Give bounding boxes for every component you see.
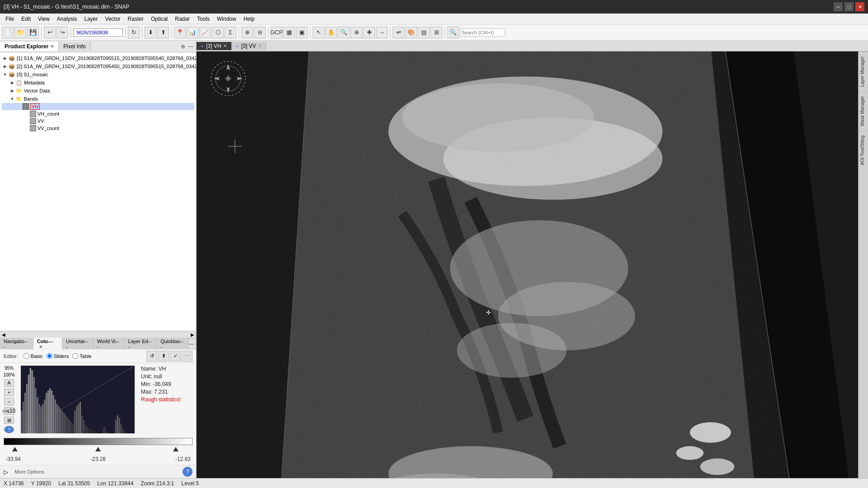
tab-vh-view[interactable]: ▪ [3] VH ✕ bbox=[197, 42, 232, 50]
close-product-explorer[interactable]: ✕ bbox=[50, 44, 54, 49]
tree-item-s1a1[interactable]: ▶ 📦 [1] S1A_IW_GRDH_1SDV_20190828T095515… bbox=[2, 54, 194, 62]
expander-vh-count[interactable] bbox=[23, 111, 30, 117]
slider-marker-right[interactable] bbox=[173, 447, 178, 451]
color-button[interactable]: 🎨 bbox=[405, 27, 417, 38]
slider-marker-left[interactable] bbox=[12, 447, 18, 451]
expander-s1a1[interactable]: ▶ bbox=[2, 55, 8, 61]
new-button[interactable]: 📄 bbox=[2, 27, 14, 38]
grid-button[interactable]: ⊞ bbox=[431, 27, 442, 38]
undo-button[interactable]: ↩ bbox=[44, 27, 56, 38]
zoom-fit-button[interactable]: ⊕ bbox=[241, 27, 253, 38]
close-button[interactable]: ✕ bbox=[855, 2, 864, 11]
zoom-btn2[interactable]: ⊕ bbox=[351, 27, 362, 38]
mode-basic[interactable]: Basic bbox=[23, 353, 43, 359]
refresh-button[interactable]: ↻ bbox=[128, 27, 140, 38]
mask-button[interactable]: ▣ bbox=[296, 27, 308, 38]
help-button[interactable]: ? bbox=[183, 467, 192, 477]
zoom-out-button[interactable]: ⊖ bbox=[254, 27, 266, 38]
expander-metadata[interactable]: ▶ bbox=[9, 79, 15, 86]
scroll-right-btn[interactable]: ▶ bbox=[191, 332, 194, 337]
minimize-button[interactable]: ─ bbox=[834, 2, 843, 11]
panel-icon-1[interactable]: ⊕ bbox=[180, 42, 186, 51]
expander-vv[interactable] bbox=[23, 118, 30, 124]
tab-navigation[interactable]: Navigatio--- bbox=[0, 338, 33, 350]
menu-optical[interactable]: Optical bbox=[147, 15, 171, 23]
pin-button[interactable]: 📍 bbox=[174, 27, 186, 38]
ed-import-btn[interactable]: ⬆ bbox=[158, 351, 169, 362]
mode-table[interactable]: Table bbox=[72, 353, 91, 359]
zoom-in-tool[interactable]: 🔍 bbox=[338, 27, 350, 38]
band-grid-btn[interactable]: ⊞ bbox=[4, 417, 14, 424]
tab-worldview[interactable]: World Vi--- bbox=[94, 338, 125, 350]
tree-item-vh-count[interactable]: VH_count bbox=[2, 110, 194, 117]
tree-item-s1mosaic[interactable]: ▼ 📦 [3] S1_mosaic bbox=[2, 70, 194, 79]
graph-button[interactable]: 📈 bbox=[199, 27, 211, 38]
menu-help[interactable]: Help bbox=[240, 15, 258, 23]
band-auto-btn[interactable]: A bbox=[4, 379, 14, 387]
arrow-button[interactable]: → bbox=[376, 27, 388, 38]
mode-sliders[interactable]: Sliders bbox=[47, 353, 69, 359]
roi-button[interactable]: ▦ bbox=[283, 27, 295, 38]
tab-color[interactable]: Colo---✕ bbox=[33, 338, 62, 350]
menu-edit[interactable]: Edit bbox=[18, 15, 34, 23]
chart-button[interactable]: 📊 bbox=[187, 27, 198, 38]
close-color-tab[interactable]: ✕ bbox=[39, 344, 42, 349]
menu-vector[interactable]: Vector bbox=[102, 15, 124, 23]
sync-button[interactable]: ⇌ bbox=[393, 27, 404, 38]
slider-marker-mid[interactable] bbox=[95, 447, 101, 451]
tree-item-vectordata[interactable]: ▶ 📁 Vector Data bbox=[2, 87, 194, 95]
expander-vectordata[interactable]: ▶ bbox=[9, 88, 15, 94]
expander-vv-count[interactable] bbox=[23, 125, 30, 131]
tab-layereditor[interactable]: Layer Ed--- bbox=[125, 338, 157, 350]
export-button[interactable]: ⬆ bbox=[157, 27, 169, 38]
band-zoom-in-btn[interactable]: + bbox=[4, 389, 14, 396]
ed-reset-btn[interactable]: ↺ bbox=[146, 351, 157, 362]
select-button[interactable]: ↖ bbox=[313, 27, 324, 38]
tab-pixel-info[interactable]: Pixel Info bbox=[59, 42, 90, 51]
ed-apply-btn[interactable]: ✓ bbox=[170, 351, 181, 362]
tree-item-vv-count[interactable]: VV_count bbox=[2, 125, 194, 132]
tree-item-metadata[interactable]: ▶ 📋 Metadata bbox=[2, 79, 194, 87]
redo-button[interactable]: ↪ bbox=[56, 27, 68, 38]
close-vh-tab[interactable]: ✕ bbox=[223, 43, 227, 48]
menu-view[interactable]: View bbox=[34, 15, 53, 23]
maximize-button[interactable]: □ bbox=[845, 2, 854, 11]
stats-button[interactable]: Σ bbox=[225, 27, 236, 38]
tab-quicklook[interactable]: Quickloo--- bbox=[157, 338, 189, 350]
open-button[interactable]: 📁 bbox=[14, 27, 26, 38]
expander-s1mosaic[interactable]: ▼ bbox=[2, 71, 8, 78]
gcp-button[interactable]: GCP bbox=[271, 27, 282, 38]
vtab-mask-manager[interactable]: Mask Manager bbox=[859, 91, 868, 130]
menu-radar[interactable]: Radar bbox=[171, 15, 193, 23]
vtab-aoi-tool[interactable]: AOI Tool/Siting bbox=[859, 130, 868, 170]
pan-button[interactable]: ✋ bbox=[325, 27, 337, 38]
tab-product-explorer[interactable]: Product Explorer ✕ bbox=[0, 42, 59, 51]
close-vv-tab[interactable]: ✕ bbox=[258, 43, 262, 48]
measure-button[interactable]: ✚ bbox=[363, 27, 375, 38]
menu-window[interactable]: Window bbox=[213, 15, 240, 23]
menu-analysis[interactable]: Analysis bbox=[53, 15, 81, 23]
bottom-panel-close[interactable]: — bbox=[189, 341, 194, 347]
band-info-btn[interactable]: ? bbox=[4, 426, 14, 433]
search-button[interactable]: 🔍 bbox=[447, 27, 459, 38]
menu-tools[interactable]: Tools bbox=[193, 15, 213, 23]
more-options-btn[interactable]: More Options bbox=[11, 467, 48, 476]
expander-s1a2[interactable]: ▶ bbox=[2, 63, 8, 70]
menu-file[interactable]: File bbox=[2, 15, 18, 23]
panel-minimize[interactable]: — bbox=[187, 42, 194, 51]
band-zoom-out-btn[interactable]: − bbox=[4, 398, 14, 405]
tab-uncertainty[interactable]: Uncertai--- bbox=[62, 338, 94, 350]
tree-item-bands[interactable]: ▼ 📁 Bands bbox=[2, 95, 194, 103]
vtab-layer-manager[interactable]: Layer Manager bbox=[859, 51, 868, 91]
scatter-button[interactable]: ⬡ bbox=[212, 27, 224, 38]
map-area[interactable]: ✛ Layer Manager Mask Manager AOI Tool/Si… bbox=[197, 51, 868, 478]
expander-bands[interactable]: ▼ bbox=[9, 96, 15, 102]
search-input[interactable] bbox=[460, 28, 505, 37]
tree-item-s1a2[interactable]: ▶ 📦 [2] S1A_IW_GRDH_1SDV_20190828T095450… bbox=[2, 62, 194, 70]
layout-button[interactable]: ▤ bbox=[418, 27, 430, 38]
tab-vv-view[interactable]: ▪ [3] VV ✕ bbox=[232, 42, 267, 50]
ed-more-btn[interactable]: ⋯ bbox=[182, 351, 192, 362]
tree-item-vh[interactable]: VH bbox=[2, 103, 194, 110]
menu-layer[interactable]: Layer bbox=[81, 15, 102, 23]
import-button[interactable]: ⬇ bbox=[145, 27, 156, 38]
